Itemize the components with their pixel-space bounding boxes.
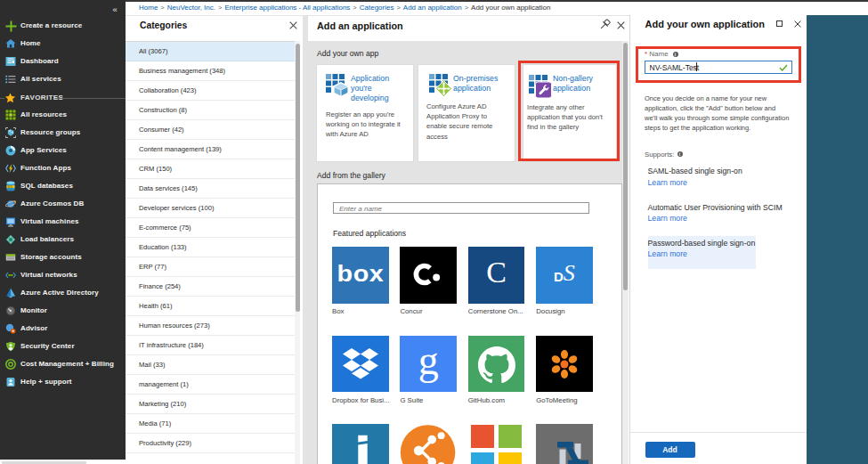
svg-text:SQL: SQL bbox=[7, 185, 12, 189]
